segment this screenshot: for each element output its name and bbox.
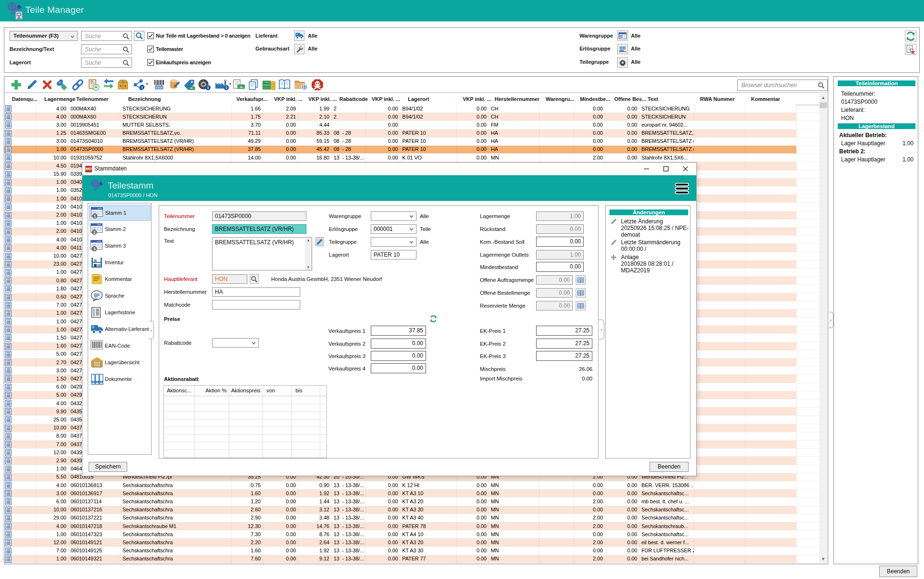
svg-text:i: i (142, 85, 142, 90)
svg-text:2: 2 (93, 230, 96, 235)
svg-text:1: 1 (94, 214, 96, 219)
svg-text:i: i (207, 85, 209, 90)
svg-text:i: i (226, 85, 227, 90)
svg-text:3: 3 (93, 247, 96, 251)
